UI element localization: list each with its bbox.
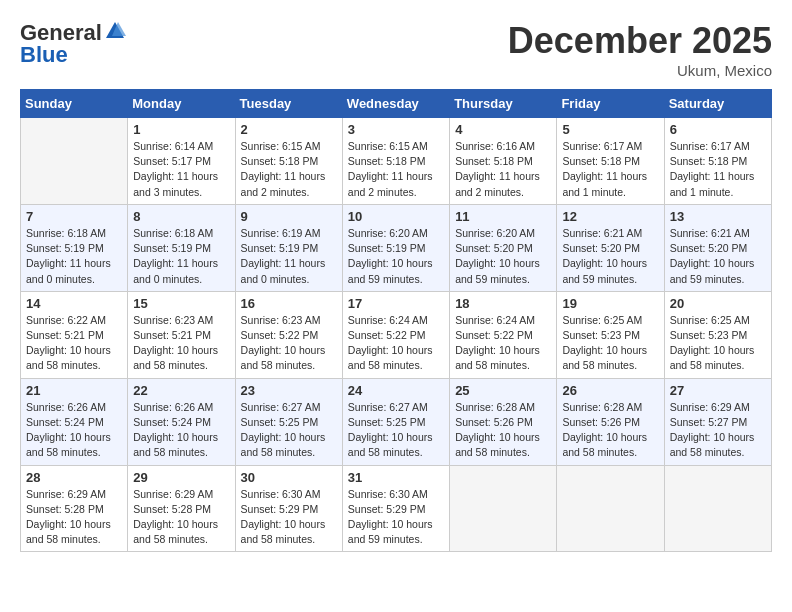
day-info: Sunrise: 6:30 AMSunset: 5:29 PMDaylight:… — [241, 487, 337, 548]
day-info: Sunrise: 6:29 AMSunset: 5:28 PMDaylight:… — [26, 487, 122, 548]
day-info: Sunrise: 6:24 AMSunset: 5:22 PMDaylight:… — [455, 313, 551, 374]
day-info: Sunrise: 6:14 AMSunset: 5:17 PMDaylight:… — [133, 139, 229, 200]
calendar-cell: 15Sunrise: 6:23 AMSunset: 5:21 PMDayligh… — [128, 291, 235, 378]
day-number: 18 — [455, 296, 551, 311]
calendar-cell: 24Sunrise: 6:27 AMSunset: 5:25 PMDayligh… — [342, 378, 449, 465]
day-info: Sunrise: 6:25 AMSunset: 5:23 PMDaylight:… — [562, 313, 658, 374]
calendar-cell: 25Sunrise: 6:28 AMSunset: 5:26 PMDayligh… — [450, 378, 557, 465]
logo: General Blue — [20, 20, 126, 68]
calendar-cell: 29Sunrise: 6:29 AMSunset: 5:28 PMDayligh… — [128, 465, 235, 552]
day-info: Sunrise: 6:17 AMSunset: 5:18 PMDaylight:… — [670, 139, 766, 200]
calendar-cell: 21Sunrise: 6:26 AMSunset: 5:24 PMDayligh… — [21, 378, 128, 465]
day-number: 26 — [562, 383, 658, 398]
calendar-cell: 11Sunrise: 6:20 AMSunset: 5:20 PMDayligh… — [450, 204, 557, 291]
calendar-cell: 22Sunrise: 6:26 AMSunset: 5:24 PMDayligh… — [128, 378, 235, 465]
day-number: 23 — [241, 383, 337, 398]
calendar-header-monday: Monday — [128, 90, 235, 118]
calendar-cell: 4Sunrise: 6:16 AMSunset: 5:18 PMDaylight… — [450, 118, 557, 205]
calendar-week-row: 14Sunrise: 6:22 AMSunset: 5:21 PMDayligh… — [21, 291, 772, 378]
day-info: Sunrise: 6:20 AMSunset: 5:20 PMDaylight:… — [455, 226, 551, 287]
day-number: 3 — [348, 122, 444, 137]
day-info: Sunrise: 6:27 AMSunset: 5:25 PMDaylight:… — [348, 400, 444, 461]
day-info: Sunrise: 6:29 AMSunset: 5:28 PMDaylight:… — [133, 487, 229, 548]
day-number: 29 — [133, 470, 229, 485]
calendar-header-sunday: Sunday — [21, 90, 128, 118]
calendar-table: SundayMondayTuesdayWednesdayThursdayFrid… — [20, 89, 772, 552]
calendar-header-thursday: Thursday — [450, 90, 557, 118]
day-number: 15 — [133, 296, 229, 311]
calendar-cell: 1Sunrise: 6:14 AMSunset: 5:17 PMDaylight… — [128, 118, 235, 205]
day-info: Sunrise: 6:17 AMSunset: 5:18 PMDaylight:… — [562, 139, 658, 200]
calendar-week-row: 7Sunrise: 6:18 AMSunset: 5:19 PMDaylight… — [21, 204, 772, 291]
day-number: 20 — [670, 296, 766, 311]
day-info: Sunrise: 6:18 AMSunset: 5:19 PMDaylight:… — [133, 226, 229, 287]
day-number: 11 — [455, 209, 551, 224]
day-info: Sunrise: 6:21 AMSunset: 5:20 PMDaylight:… — [670, 226, 766, 287]
calendar-cell — [450, 465, 557, 552]
day-number: 25 — [455, 383, 551, 398]
day-number: 24 — [348, 383, 444, 398]
calendar-cell: 2Sunrise: 6:15 AMSunset: 5:18 PMDaylight… — [235, 118, 342, 205]
day-number: 7 — [26, 209, 122, 224]
day-info: Sunrise: 6:15 AMSunset: 5:18 PMDaylight:… — [348, 139, 444, 200]
day-info: Sunrise: 6:18 AMSunset: 5:19 PMDaylight:… — [26, 226, 122, 287]
day-info: Sunrise: 6:23 AMSunset: 5:21 PMDaylight:… — [133, 313, 229, 374]
day-info: Sunrise: 6:22 AMSunset: 5:21 PMDaylight:… — [26, 313, 122, 374]
day-info: Sunrise: 6:28 AMSunset: 5:26 PMDaylight:… — [455, 400, 551, 461]
calendar-header-tuesday: Tuesday — [235, 90, 342, 118]
calendar-cell: 30Sunrise: 6:30 AMSunset: 5:29 PMDayligh… — [235, 465, 342, 552]
day-number: 31 — [348, 470, 444, 485]
calendar-header-friday: Friday — [557, 90, 664, 118]
day-number: 12 — [562, 209, 658, 224]
day-info: Sunrise: 6:27 AMSunset: 5:25 PMDaylight:… — [241, 400, 337, 461]
day-info: Sunrise: 6:26 AMSunset: 5:24 PMDaylight:… — [26, 400, 122, 461]
day-number: 10 — [348, 209, 444, 224]
day-number: 30 — [241, 470, 337, 485]
day-number: 6 — [670, 122, 766, 137]
calendar-cell: 13Sunrise: 6:21 AMSunset: 5:20 PMDayligh… — [664, 204, 771, 291]
day-number: 16 — [241, 296, 337, 311]
day-info: Sunrise: 6:21 AMSunset: 5:20 PMDaylight:… — [562, 226, 658, 287]
day-number: 27 — [670, 383, 766, 398]
calendar-cell: 7Sunrise: 6:18 AMSunset: 5:19 PMDaylight… — [21, 204, 128, 291]
logo-icon — [104, 20, 126, 42]
calendar-week-row: 1Sunrise: 6:14 AMSunset: 5:17 PMDaylight… — [21, 118, 772, 205]
logo-blue-text: Blue — [20, 42, 68, 68]
day-info: Sunrise: 6:19 AMSunset: 5:19 PMDaylight:… — [241, 226, 337, 287]
day-info: Sunrise: 6:25 AMSunset: 5:23 PMDaylight:… — [670, 313, 766, 374]
calendar-header-saturday: Saturday — [664, 90, 771, 118]
day-number: 21 — [26, 383, 122, 398]
day-number: 4 — [455, 122, 551, 137]
day-number: 9 — [241, 209, 337, 224]
day-number: 1 — [133, 122, 229, 137]
day-number: 13 — [670, 209, 766, 224]
day-number: 14 — [26, 296, 122, 311]
calendar-cell: 9Sunrise: 6:19 AMSunset: 5:19 PMDaylight… — [235, 204, 342, 291]
calendar-cell: 5Sunrise: 6:17 AMSunset: 5:18 PMDaylight… — [557, 118, 664, 205]
calendar-cell: 14Sunrise: 6:22 AMSunset: 5:21 PMDayligh… — [21, 291, 128, 378]
day-number: 28 — [26, 470, 122, 485]
calendar-cell: 18Sunrise: 6:24 AMSunset: 5:22 PMDayligh… — [450, 291, 557, 378]
location: Ukum, Mexico — [508, 62, 772, 79]
calendar-cell: 20Sunrise: 6:25 AMSunset: 5:23 PMDayligh… — [664, 291, 771, 378]
calendar-cell: 16Sunrise: 6:23 AMSunset: 5:22 PMDayligh… — [235, 291, 342, 378]
title-block: December 2025 Ukum, Mexico — [508, 20, 772, 79]
calendar-cell — [21, 118, 128, 205]
calendar-cell: 23Sunrise: 6:27 AMSunset: 5:25 PMDayligh… — [235, 378, 342, 465]
calendar-cell: 31Sunrise: 6:30 AMSunset: 5:29 PMDayligh… — [342, 465, 449, 552]
day-info: Sunrise: 6:30 AMSunset: 5:29 PMDaylight:… — [348, 487, 444, 548]
calendar-week-row: 28Sunrise: 6:29 AMSunset: 5:28 PMDayligh… — [21, 465, 772, 552]
day-number: 8 — [133, 209, 229, 224]
day-info: Sunrise: 6:24 AMSunset: 5:22 PMDaylight:… — [348, 313, 444, 374]
day-info: Sunrise: 6:23 AMSunset: 5:22 PMDaylight:… — [241, 313, 337, 374]
day-number: 22 — [133, 383, 229, 398]
day-number: 19 — [562, 296, 658, 311]
day-info: Sunrise: 6:20 AMSunset: 5:19 PMDaylight:… — [348, 226, 444, 287]
calendar-cell: 3Sunrise: 6:15 AMSunset: 5:18 PMDaylight… — [342, 118, 449, 205]
day-info: Sunrise: 6:26 AMSunset: 5:24 PMDaylight:… — [133, 400, 229, 461]
day-number: 17 — [348, 296, 444, 311]
calendar-cell: 19Sunrise: 6:25 AMSunset: 5:23 PMDayligh… — [557, 291, 664, 378]
calendar-cell — [557, 465, 664, 552]
calendar-header-wednesday: Wednesday — [342, 90, 449, 118]
calendar-cell: 17Sunrise: 6:24 AMSunset: 5:22 PMDayligh… — [342, 291, 449, 378]
